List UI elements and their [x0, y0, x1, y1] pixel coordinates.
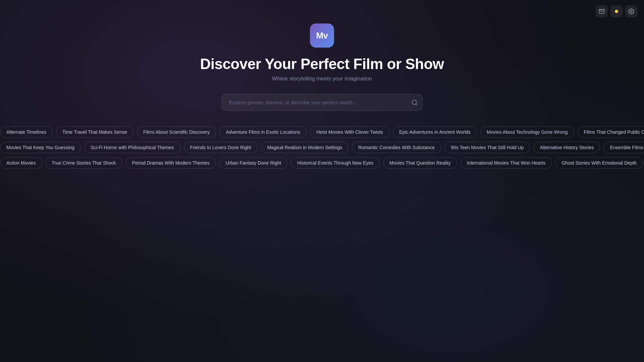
list-item[interactable]: Epic Adventures in Ancient Worlds	[393, 126, 477, 138]
list-item[interactable]: Movies That Keep You Guessing	[0, 142, 81, 153]
list-item[interactable]: Alternative History Stories	[533, 142, 600, 153]
list-item[interactable]: Action Movies	[0, 157, 42, 169]
top-bar	[589, 0, 644, 23]
mail-button[interactable]	[596, 5, 608, 17]
hero-title: Discover Your Perfect Film or Show	[200, 56, 444, 72]
list-item[interactable]: True Crime Stories That Shock	[45, 157, 122, 169]
list-item[interactable]: Time Travel That Makes Sense	[56, 126, 133, 138]
tag-row-2: Movies That Keep You Guessing Sci-Fi Hor…	[0, 140, 644, 155]
tag-row-3: Action Movies True Crime Stories That Sh…	[0, 155, 644, 171]
search-input[interactable]	[221, 94, 423, 111]
list-item[interactable]: Movies About Technology Gone Wrong	[480, 126, 574, 138]
list-item[interactable]: Heist Movies With Clever Twists	[310, 126, 389, 138]
list-item[interactable]: Films About Scientific Discovery	[137, 126, 216, 138]
list-item[interactable]: Sci-Fi Horror with Philosophical Themes	[84, 142, 180, 153]
list-item[interactable]: Urban Fantasy Done Right	[219, 157, 287, 169]
list-item[interactable]: Historical Events Through New Eyes	[291, 157, 380, 169]
user-button[interactable]	[610, 5, 623, 17]
svg-point-1	[631, 11, 632, 12]
app-logo: Mv	[310, 23, 334, 48]
list-item[interactable]: Films That Changed Public Opinion	[578, 126, 644, 138]
list-item[interactable]: Friends to Lovers Done Right	[184, 142, 258, 153]
list-item[interactable]: Romantic Comedies With Substance	[352, 142, 441, 153]
list-item[interactable]: Magical Realism in Modern Settings	[261, 142, 348, 153]
list-item[interactable]: Movies That Question Reality	[383, 157, 457, 169]
list-item[interactable]: 90s Teen Movies That Still Hold Up	[444, 142, 530, 153]
svg-line-3	[416, 104, 417, 105]
user-dot-icon	[615, 10, 618, 13]
list-item[interactable]: Ghost Stories With Emotional Depth	[555, 157, 643, 169]
settings-icon	[628, 8, 634, 14]
list-item[interactable]: Ensemble Films	[603, 142, 644, 153]
settings-button[interactable]	[625, 5, 637, 17]
list-item[interactable]: International Movies That Won Hearts	[461, 157, 552, 169]
mail-icon	[599, 8, 605, 14]
list-item[interactable]: Alternate Timelines	[0, 126, 53, 138]
hero-section: Mv Discover Your Perfect Film or Show Wh…	[0, 0, 644, 171]
search-container	[221, 94, 423, 111]
list-item[interactable]: Adventure Films in Exotic Locations	[219, 126, 307, 138]
hero-subtitle: Where storytelling meets your imaginatio…	[272, 76, 372, 82]
tag-row-1: Alternate Timelines Time Travel That Mak…	[0, 124, 644, 140]
list-item[interactable]: Period Dramas With Modern Themes	[126, 157, 216, 169]
search-button[interactable]	[411, 99, 418, 106]
search-icon	[411, 99, 418, 106]
tags-area: Alternate Timelines Time Travel That Mak…	[0, 124, 644, 171]
